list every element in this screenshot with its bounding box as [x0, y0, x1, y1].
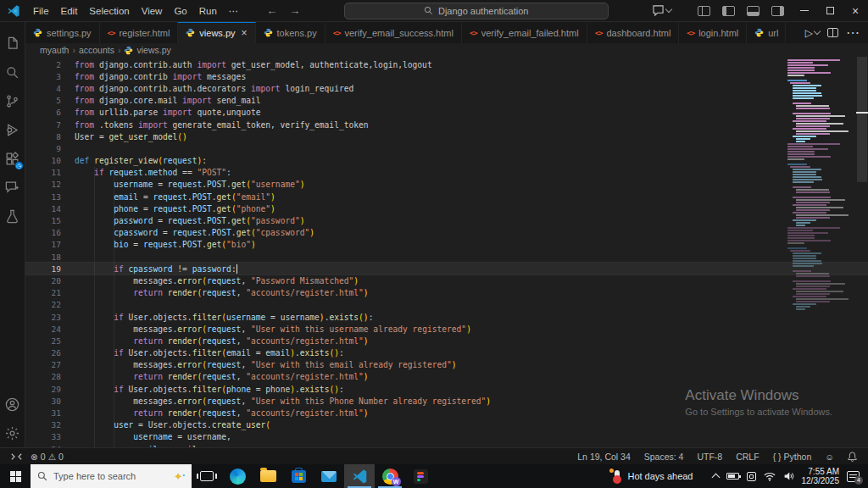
run-python-file-button[interactable]: ▷ — [805, 27, 820, 39]
onedrive-icon[interactable] — [747, 472, 756, 481]
code-line-10[interactable]: 10def register_view(request): — [25, 155, 868, 167]
wifi-icon[interactable] — [764, 472, 776, 481]
chrome-taskbar-button[interactable]: W — [375, 464, 405, 488]
editor-more-actions-button[interactable]: ⋯ — [846, 25, 860, 41]
line-number[interactable]: 32 — [25, 420, 61, 430]
menu-[interactable]: ⋯ — [223, 1, 245, 21]
line-number[interactable]: 20 — [25, 276, 61, 286]
tab-tokens.py[interactable]: tokens.py — [256, 22, 326, 43]
close-button[interactable]: × — [843, 0, 868, 21]
code-line-24[interactable]: 24 messages.error(request, "User with th… — [25, 323, 868, 335]
tab-close-icon[interactable]: × — [242, 27, 248, 39]
code-line-5[interactable]: 5from django.core.mail import send_mail — [25, 95, 868, 107]
taskbar-search-box[interactable]: Type here to search ✦• — [31, 464, 192, 488]
weather-text[interactable]: Hot days ahead — [627, 471, 693, 481]
customize-layout-button[interactable] — [698, 6, 710, 16]
line-number[interactable]: 18 — [25, 252, 61, 262]
account-icon[interactable] — [0, 390, 25, 419]
line-number[interactable]: 7 — [25, 120, 61, 130]
code-line-32[interactable]: 32 user = User.objects.create_user( — [25, 419, 868, 431]
vertical-scrollbar[interactable] — [856, 57, 868, 447]
code-line-18[interactable]: 18 — [25, 251, 868, 263]
settings-gear-icon[interactable] — [0, 419, 25, 447]
code-line-20[interactable]: 20 messages.error(request, "Password Mis… — [25, 274, 868, 286]
remote-indicator[interactable] — [7, 452, 26, 461]
restore-button[interactable] — [817, 0, 843, 21]
split-editor-button[interactable] — [827, 28, 838, 37]
line-number[interactable]: 27 — [25, 360, 61, 369]
code-line-21[interactable]: 21 return render(request, "accounts/regi… — [25, 287, 868, 299]
problems-indicator[interactable]: ⊗ 0 ⚠ 0 — [26, 452, 68, 462]
eol-sequence[interactable]: CRLF — [732, 452, 763, 462]
weather-icon[interactable] — [615, 470, 620, 482]
menu-run[interactable]: Run — [193, 1, 223, 21]
code-line-26[interactable]: 26 if User.objects.filter(email = email)… — [25, 347, 868, 359]
nav-forward-icon[interactable]: → — [289, 4, 300, 17]
line-number[interactable]: 4 — [25, 84, 61, 93]
code-line-25[interactable]: 25 return render(request, "accounts/regi… — [25, 335, 868, 347]
line-number[interactable]: 5 — [25, 96, 61, 105]
figma-button[interactable] — [405, 464, 436, 488]
code-line-14[interactable]: 14 phone = request.POST.get("phone") — [25, 202, 868, 214]
extensions-icon[interactable]: ◷ — [0, 144, 25, 173]
toggle-sidebar-button[interactable] — [722, 6, 735, 16]
code-line-4[interactable]: 4from django.contrib.auth.decorators imp… — [25, 82, 868, 94]
feedback-smiley-icon[interactable]: ☺ — [821, 452, 838, 462]
minimap[interactable] — [787, 59, 855, 311]
code-line-8[interactable]: 8User = get_user_model() — [25, 130, 868, 142]
code-line-3[interactable]: 3from django.contrib import messages — [25, 70, 868, 82]
command-search-box[interactable]: Django authentication — [344, 3, 609, 19]
start-button[interactable] — [0, 464, 31, 488]
code-line-12[interactable]: 12 username = request.POST.get("username… — [25, 179, 868, 191]
code-line-33[interactable]: 33 username = username, — [25, 431, 868, 443]
line-number[interactable]: 21 — [25, 288, 61, 297]
vscode-taskbar-button[interactable] — [344, 464, 375, 488]
line-number[interactable]: 25 — [25, 336, 61, 346]
action-center-icon[interactable]: 4 — [847, 471, 860, 482]
code-editor[interactable]: 2from django.contrib.auth import get_use… — [25, 57, 868, 447]
code-line-19[interactable]: 19 if cpassword != password: — [25, 263, 868, 274]
encoding[interactable]: UTF-8 — [693, 452, 726, 462]
notifications-bell-icon[interactable] — [843, 452, 861, 462]
battery-icon[interactable] — [726, 473, 739, 480]
code-line-11[interactable]: 11 if request.method == "POST": — [25, 167, 868, 179]
tab-dashboard.html[interactable]: <>dashboard.html — [587, 22, 680, 43]
code-line-28[interactable]: 28 return render(request, "accounts/regi… — [25, 371, 868, 383]
explorer-icon[interactable] — [0, 29, 25, 58]
code-line-15[interactable]: 15 password = request.POST.get("password… — [25, 214, 868, 226]
line-number[interactable]: 9 — [25, 144, 61, 153]
code-line-9[interactable]: 9 — [25, 142, 868, 154]
cursor-position[interactable]: Ln 19, Col 34 — [573, 452, 634, 462]
code-line-7[interactable]: 7from .tokens import generate_email_toke… — [25, 119, 868, 130]
run-debug-icon[interactable] — [0, 115, 25, 144]
code-line-13[interactable]: 13 email = request.POST.get("email") — [25, 191, 868, 202]
chat-sidebar-icon[interactable] — [0, 173, 25, 202]
file-explorer-button[interactable] — [253, 464, 283, 488]
code-line-22[interactable]: 22 — [25, 299, 868, 311]
line-number[interactable]: 2 — [25, 60, 61, 69]
line-number[interactable]: 12 — [25, 180, 61, 189]
code-line-23[interactable]: 23 if User.objects.filter(username = use… — [25, 311, 868, 323]
edge-button[interactable] — [222, 464, 253, 488]
line-number[interactable]: 22 — [25, 300, 61, 309]
tab-register.html[interactable]: <>register.html — [100, 22, 179, 43]
task-view-button[interactable] — [192, 464, 222, 488]
language-mode[interactable]: { } Python — [769, 452, 816, 462]
search-sidebar-icon[interactable] — [0, 58, 25, 86]
breadcrumb-item-views.py[interactable]: views.py — [136, 45, 170, 55]
breadcrumb-item-myauth[interactable]: myauth — [40, 45, 69, 55]
minimize-button[interactable] — [792, 0, 817, 21]
line-number[interactable]: 24 — [25, 324, 61, 334]
indentation[interactable]: Spaces: 4 — [640, 452, 688, 462]
code-line-2[interactable]: 2from django.contrib.auth import get_use… — [25, 58, 868, 70]
line-number[interactable]: 31 — [25, 408, 61, 418]
line-number[interactable]: 16 — [25, 228, 61, 237]
menu-edit[interactable]: Edit — [55, 1, 84, 21]
testing-icon[interactable] — [0, 202, 25, 230]
menu-file[interactable]: File — [27, 1, 55, 21]
nav-back-icon[interactable]: ← — [266, 4, 277, 17]
line-number[interactable]: 26 — [25, 348, 61, 358]
line-number[interactable]: 13 — [25, 192, 61, 202]
toggle-secondary-sidebar-button[interactable] — [771, 6, 784, 16]
code-line-17[interactable]: 17 bio = request.POST.get("bio") — [25, 239, 868, 251]
